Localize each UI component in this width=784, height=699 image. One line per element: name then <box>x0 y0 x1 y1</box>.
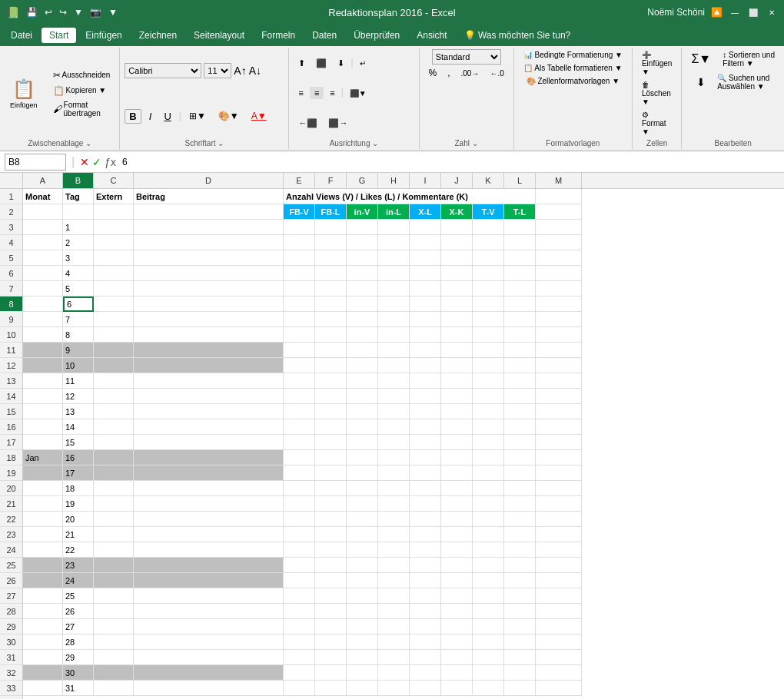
copy-button[interactable]: 📋 Kopieren ▼ <box>48 84 115 98</box>
cell[interactable] <box>504 373 536 389</box>
cell[interactable] <box>504 235 536 250</box>
qat-dropdown-icon[interactable]: ▼ <box>71 5 85 19</box>
cell[interactable] <box>23 389 63 404</box>
cell[interactable] <box>23 358 63 373</box>
cell[interactable] <box>536 389 582 404</box>
cell[interactable] <box>23 650 63 665</box>
cell[interactable]: 7 <box>63 312 94 327</box>
cell[interactable] <box>94 220 134 235</box>
cell[interactable] <box>441 558 473 573</box>
cell[interactable] <box>23 419 63 435</box>
cell-d-9[interactable] <box>134 312 284 327</box>
cell[interactable] <box>504 250 536 266</box>
cell[interactable] <box>347 527 378 542</box>
cell[interactable] <box>378 435 410 450</box>
row-num-30[interactable]: 30 <box>0 634 22 650</box>
cell[interactable]: 20 <box>63 512 94 527</box>
row-num-6[interactable]: 6 <box>0 266 22 281</box>
cell[interactable] <box>315 281 347 296</box>
cell[interactable] <box>284 634 315 650</box>
cell[interactable] <box>347 542 378 558</box>
cell[interactable] <box>284 389 315 404</box>
cell[interactable]: T-L <box>504 204 536 220</box>
cell[interactable]: 25 <box>63 588 94 604</box>
cell[interactable] <box>347 650 378 665</box>
row-num-27[interactable]: 27 <box>0 588 22 604</box>
cell[interactable] <box>441 527 473 542</box>
menu-einfuegen[interactable]: Einfügen <box>78 28 129 43</box>
cell[interactable] <box>347 435 378 450</box>
cell[interactable] <box>284 496 315 512</box>
cell[interactable]: 9 <box>63 343 94 358</box>
cell[interactable] <box>441 604 473 619</box>
cell[interactable]: 16 <box>63 450 94 465</box>
cell[interactable] <box>94 358 134 373</box>
cell[interactable] <box>347 465 378 481</box>
cell[interactable]: 24 <box>63 573 94 588</box>
cell[interactable] <box>347 235 378 250</box>
cell[interactable] <box>504 266 536 281</box>
row-num-18[interactable]: 18 <box>0 450 22 465</box>
cell[interactable] <box>504 358 536 373</box>
cell[interactable] <box>410 681 441 696</box>
cell[interactable]: Beitrag <box>134 189 284 204</box>
redo-icon[interactable]: ↪ <box>57 5 69 19</box>
cell[interactable] <box>441 512 473 527</box>
cell[interactable] <box>378 650 410 665</box>
cell[interactable] <box>94 266 134 281</box>
cell[interactable] <box>378 681 410 696</box>
cell[interactable] <box>441 450 473 465</box>
cell[interactable] <box>536 573 582 588</box>
row-num-5[interactable]: 5 <box>0 250 22 266</box>
row-num-9[interactable]: 9 <box>0 312 22 327</box>
cell[interactable] <box>347 312 378 327</box>
cell[interactable] <box>378 296 410 312</box>
cell[interactable] <box>94 650 134 665</box>
format-painter-button[interactable]: 🖌 Format übertragen <box>48 99 115 119</box>
cell[interactable] <box>504 527 536 542</box>
cell[interactable] <box>378 419 410 435</box>
cell[interactable] <box>536 681 582 696</box>
cell[interactable]: in-L <box>378 204 410 220</box>
cell[interactable] <box>284 250 315 266</box>
align-top-button[interactable]: ⬆ <box>294 57 310 70</box>
row-num-33[interactable]: 33 <box>0 681 22 696</box>
cell[interactable] <box>347 327 378 343</box>
row-num-20[interactable]: 20 <box>0 481 22 496</box>
col-header-A[interactable]: A <box>23 173 63 188</box>
cell[interactable] <box>441 619 473 634</box>
cell[interactable] <box>536 343 582 358</box>
cell[interactable] <box>504 327 536 343</box>
col-header-K[interactable]: K <box>473 173 504 188</box>
cell[interactable] <box>378 512 410 527</box>
cell[interactable] <box>347 250 378 266</box>
align-center-button[interactable]: ≡ <box>310 87 324 99</box>
cell[interactable] <box>410 435 441 450</box>
cell[interactable] <box>473 450 504 465</box>
cell[interactable] <box>23 558 63 573</box>
row-num-16[interactable]: 16 <box>0 419 22 435</box>
cell[interactable] <box>410 619 441 634</box>
cell[interactable] <box>536 604 582 619</box>
cell[interactable] <box>504 619 536 634</box>
cell[interactable] <box>410 373 441 389</box>
cell[interactable] <box>284 681 315 696</box>
cell[interactable] <box>441 235 473 250</box>
cell[interactable] <box>378 373 410 389</box>
cell[interactable] <box>347 588 378 604</box>
cell[interactable] <box>94 619 134 634</box>
cell[interactable] <box>23 266 63 281</box>
cell[interactable] <box>94 681 134 696</box>
cell[interactable] <box>284 296 315 312</box>
cell[interactable] <box>536 558 582 573</box>
cell[interactable] <box>473 419 504 435</box>
cell[interactable] <box>94 496 134 512</box>
cell[interactable] <box>410 220 441 235</box>
paste-button[interactable]: 📋Einfügen <box>5 76 43 111</box>
cell[interactable] <box>504 512 536 527</box>
cell[interactable] <box>473 235 504 250</box>
cell-d-14[interactable] <box>134 389 284 404</box>
cell[interactable]: 6 <box>63 296 94 312</box>
menu-seitenlayout[interactable]: Seitenlayout <box>186 28 252 43</box>
cell[interactable] <box>378 220 410 235</box>
